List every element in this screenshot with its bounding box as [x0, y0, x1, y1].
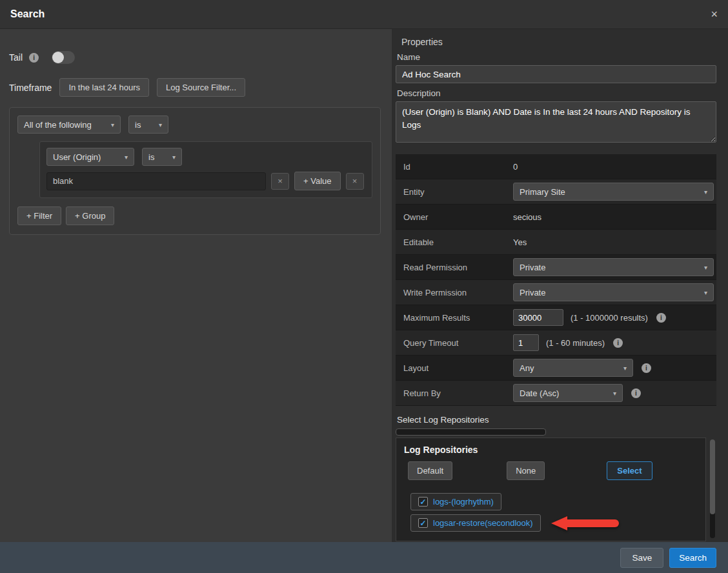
- properties-title: Properties: [401, 37, 716, 47]
- filter-builder: All of the following ▾ is ▾ User (Origin…: [9, 107, 381, 235]
- remove-value-button[interactable]: ×: [271, 173, 289, 190]
- filter-value-input[interactable]: [46, 172, 266, 190]
- chevron-down-icon: ▾: [111, 121, 114, 128]
- properties-panel: Properties Name Description (User (Origi…: [392, 29, 728, 542]
- name-input[interactable]: [396, 65, 716, 83]
- description-textarea[interactable]: (User (Origin) is Blank) AND Date is In …: [396, 101, 716, 143]
- scrollbar-thumb[interactable]: [710, 439, 715, 514]
- property-row-entity: Entity Primary Site ▾: [396, 179, 716, 205]
- add-filter-button[interactable]: + Filter: [17, 206, 61, 225]
- property-row-maximum-results: Maximum Results (1 - 1000000 results) i: [396, 305, 716, 330]
- none-button[interactable]: None: [507, 461, 545, 480]
- dialog-footer: Save Search: [0, 542, 728, 573]
- chevron-down-icon: ▾: [613, 390, 616, 397]
- filter-group: User (Origin) ▾ is ▾ × + Value ×: [39, 141, 372, 198]
- info-icon[interactable]: i: [631, 388, 641, 398]
- property-row-layout: Layout Any ▾ i: [396, 356, 716, 381]
- repositories-scrollbar[interactable]: [710, 439, 715, 538]
- property-row-owner: Owner secious: [396, 205, 716, 230]
- filter-actions: + Filter + Group: [17, 206, 372, 225]
- group-condition-select[interactable]: is ▾: [128, 116, 168, 134]
- description-label: Description: [397, 88, 716, 98]
- group-operator-row: All of the following ▾ is ▾: [17, 116, 372, 134]
- property-row-return-by: Return By Date (Asc) ▾ i: [396, 381, 716, 406]
- info-icon[interactable]: i: [613, 338, 623, 348]
- dialog-body: Tail i Timeframe In the last 24 hours Lo…: [0, 29, 728, 542]
- dialog-header: Search ×: [0, 0, 728, 29]
- id-value: 0: [513, 162, 714, 172]
- checkbox-checked-icon[interactable]: ✓: [418, 518, 428, 528]
- select-button[interactable]: Select: [607, 461, 652, 480]
- red-arrow-annotation: [551, 516, 619, 530]
- chevron-down-icon: ▾: [623, 365, 627, 372]
- remove-filter-button[interactable]: ×: [346, 173, 364, 190]
- property-row-read-permission: Read Permission Private ▾: [396, 255, 716, 280]
- chevron-down-icon: ▾: [704, 264, 707, 271]
- tail-row: Tail i: [9, 51, 383, 64]
- property-row-query-timeout: Query Timeout (1 - 60 minutes) i: [396, 330, 716, 356]
- chevron-down-icon: ▾: [704, 188, 707, 196]
- close-icon[interactable]: ×: [711, 8, 718, 20]
- query-timeout-input[interactable]: [513, 334, 539, 351]
- field-condition-select[interactable]: is ▾: [142, 148, 182, 166]
- tail-label: Tail: [9, 52, 23, 63]
- default-button[interactable]: Default: [408, 461, 452, 480]
- checkbox-checked-icon[interactable]: ✓: [418, 497, 428, 507]
- maximum-results-input[interactable]: [513, 309, 563, 326]
- arrow-shaft: [567, 519, 619, 527]
- log-repositories-panel: Log Repositories Default None Select ✓ l…: [396, 437, 706, 541]
- log-source-filter-button[interactable]: Log Source Filter...: [157, 78, 245, 97]
- chevron-down-icon: ▾: [159, 121, 162, 128]
- dialog-title: Search: [10, 8, 45, 20]
- repositories-area: Log Repositories Default None Select ✓ l…: [396, 437, 716, 541]
- select-log-repositories-label: Select Log Repositories: [397, 415, 716, 425]
- read-permission-select[interactable]: Private ▾: [513, 258, 714, 276]
- field-select[interactable]: User (Origin) ▾: [46, 148, 134, 166]
- toggle-knob: [52, 52, 64, 63]
- info-icon[interactable]: i: [642, 363, 651, 373]
- query-panel: Tail i Timeframe In the last 24 hours Lo…: [0, 29, 392, 542]
- log-repositories-title: Log Repositories: [404, 445, 698, 455]
- repository-row: ✓ logsar-restore(secondlook): [410, 514, 619, 532]
- repository-item-logsar-restore-secondlook[interactable]: ✓ logsar-restore(secondlook): [410, 514, 541, 532]
- name-label: Name: [397, 52, 716, 62]
- repository-list: ✓ logs-(logrhythm) ✓ logsar-restore(seco…: [410, 493, 698, 532]
- repository-actions: Default None Select: [404, 461, 698, 480]
- value-row: × + Value ×: [46, 172, 365, 190]
- group-operator-select[interactable]: All of the following ▾: [17, 116, 121, 134]
- field-row: User (Origin) ▾ is ▾: [46, 148, 365, 166]
- property-row-write-permission: Write Permission Private ▾: [396, 280, 716, 305]
- repository-row: ✓ logs-(logrhythm): [410, 493, 501, 510]
- info-icon[interactable]: i: [29, 53, 39, 63]
- tail-toggle[interactable]: [52, 51, 75, 64]
- add-group-button[interactable]: + Group: [66, 206, 114, 225]
- search-button[interactable]: Search: [669, 548, 716, 568]
- return-by-select[interactable]: Date (Asc) ▾: [513, 384, 623, 402]
- repositories-clipped-input[interactable]: [396, 428, 546, 436]
- editable-value: Yes: [513, 237, 714, 247]
- property-row-editable: Editable Yes: [396, 230, 716, 255]
- search-dialog: Search × Tail i Timeframe In the last 24…: [0, 0, 728, 573]
- write-permission-select[interactable]: Private ▾: [513, 283, 714, 301]
- save-button[interactable]: Save: [620, 548, 663, 568]
- entity-select[interactable]: Primary Site ▾: [513, 183, 714, 201]
- add-value-button[interactable]: + Value: [294, 172, 341, 190]
- owner-value: secious: [513, 212, 714, 222]
- repository-item-logs-logrhythm[interactable]: ✓ logs-(logrhythm): [410, 493, 501, 510]
- timeframe-button[interactable]: In the last 24 hours: [59, 78, 149, 97]
- property-row-id: Id 0: [396, 154, 716, 179]
- info-icon[interactable]: i: [656, 313, 666, 323]
- arrow-head: [551, 516, 567, 530]
- chevron-down-icon: ▾: [172, 154, 176, 161]
- layout-select[interactable]: Any ▾: [513, 359, 633, 377]
- timeframe-row: Timeframe In the last 24 hours Log Sourc…: [9, 78, 383, 97]
- timeframe-label: Timeframe: [9, 83, 52, 93]
- chevron-down-icon: ▾: [125, 154, 128, 161]
- chevron-down-icon: ▾: [704, 289, 707, 296]
- properties-table: Id 0 Entity Primary Site ▾ Owner secious: [396, 154, 716, 406]
